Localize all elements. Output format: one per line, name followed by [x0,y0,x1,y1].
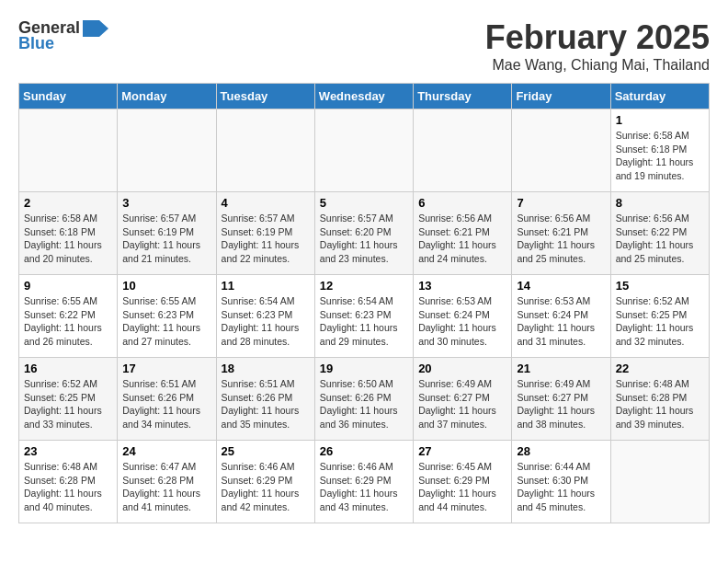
calendar-cell: 18Sunrise: 6:51 AM Sunset: 6:26 PM Dayli… [216,358,314,441]
day-info: Sunrise: 6:58 AM Sunset: 6:18 PM Dayligh… [24,212,112,266]
svg-marker-0 [83,20,108,37]
calendar-cell: 24Sunrise: 6:47 AM Sunset: 6:28 PM Dayli… [118,441,216,523]
day-info: Sunrise: 6:51 AM Sunset: 6:26 PM Dayligh… [122,377,210,431]
calendar-cell [118,109,216,192]
calendar-table: SundayMondayTuesdayWednesdayThursdayFrid… [18,83,710,523]
day-number: 17 [122,362,210,375]
calendar-cell [512,109,610,192]
calendar-cell: 13Sunrise: 6:53 AM Sunset: 6:24 PM Dayli… [414,275,512,358]
day-number: 21 [517,362,605,375]
day-info: Sunrise: 6:44 AM Sunset: 6:30 PM Dayligh… [517,460,605,514]
calendar-cell: 8Sunrise: 6:56 AM Sunset: 6:22 PM Daylig… [610,192,709,275]
day-info: Sunrise: 6:53 AM Sunset: 6:24 PM Dayligh… [517,294,605,349]
day-number: 28 [517,444,605,458]
day-number: 4 [222,196,310,210]
day-number: 20 [418,362,506,375]
calendar-cell [19,109,118,192]
calendar-cell: 22Sunrise: 6:48 AM Sunset: 6:28 PM Dayli… [610,358,709,441]
calendar-cell: 10Sunrise: 6:55 AM Sunset: 6:23 PM Dayli… [118,275,216,358]
calendar-cell: 17Sunrise: 6:51 AM Sunset: 6:26 PM Dayli… [118,358,216,441]
day-info: Sunrise: 6:45 AM Sunset: 6:29 PM Dayligh… [418,460,506,514]
day-info: Sunrise: 6:54 AM Sunset: 6:23 PM Dayligh… [222,294,310,349]
weekday-header-row: SundayMondayTuesdayWednesdayThursdayFrid… [19,84,710,109]
calendar-cell: 6Sunrise: 6:56 AM Sunset: 6:21 PM Daylig… [414,192,512,275]
calendar-week-row: 1Sunrise: 6:58 AM Sunset: 6:18 PM Daylig… [19,109,710,192]
calendar-cell: 11Sunrise: 6:54 AM Sunset: 6:23 PM Dayli… [216,275,314,358]
day-number: 2 [24,196,112,210]
calendar-subtitle: Mae Wang, Chiang Mai, Thailand [485,57,710,74]
logo: General Blue [18,18,108,53]
calendar-cell: 20Sunrise: 6:49 AM Sunset: 6:27 PM Dayli… [414,358,512,441]
logo-icon [83,20,108,37]
calendar-week-row: 16Sunrise: 6:52 AM Sunset: 6:25 PM Dayli… [19,358,710,441]
day-number: 18 [222,362,310,375]
calendar-cell [414,109,512,192]
calendar-cell: 16Sunrise: 6:52 AM Sunset: 6:25 PM Dayli… [19,358,118,441]
logo-blue: Blue [18,34,54,53]
calendar-week-row: 9Sunrise: 6:55 AM Sunset: 6:22 PM Daylig… [19,275,710,358]
day-number: 7 [517,196,605,210]
day-info: Sunrise: 6:53 AM Sunset: 6:24 PM Dayligh… [418,294,506,349]
day-number: 24 [122,444,210,458]
day-info: Sunrise: 6:52 AM Sunset: 6:25 PM Dayligh… [616,294,704,349]
day-number: 16 [24,362,112,375]
weekday-header-saturday: Saturday [610,84,709,109]
day-number: 27 [418,444,506,458]
day-info: Sunrise: 6:46 AM Sunset: 6:29 PM Dayligh… [222,460,310,514]
day-info: Sunrise: 6:48 AM Sunset: 6:28 PM Dayligh… [616,377,704,431]
day-number: 15 [616,279,704,293]
calendar-cell [314,109,413,192]
day-info: Sunrise: 6:56 AM Sunset: 6:21 PM Dayligh… [418,212,506,266]
calendar-cell: 2Sunrise: 6:58 AM Sunset: 6:18 PM Daylig… [19,192,118,275]
header: General Blue February 2025 Mae Wang, Chi… [18,18,710,74]
day-number: 12 [320,279,408,293]
day-number: 9 [24,279,112,293]
day-info: Sunrise: 6:49 AM Sunset: 6:27 PM Dayligh… [517,377,605,431]
calendar-cell: 14Sunrise: 6:53 AM Sunset: 6:24 PM Dayli… [512,275,610,358]
weekday-header-sunday: Sunday [19,84,118,109]
weekday-header-friday: Friday [512,84,610,109]
day-number: 13 [418,279,506,293]
day-info: Sunrise: 6:51 AM Sunset: 6:26 PM Dayligh… [222,377,310,431]
calendar-week-row: 2Sunrise: 6:58 AM Sunset: 6:18 PM Daylig… [19,192,710,275]
calendar-cell: 4Sunrise: 6:57 AM Sunset: 6:19 PM Daylig… [216,192,314,275]
calendar-cell: 12Sunrise: 6:54 AM Sunset: 6:23 PM Dayli… [314,275,413,358]
day-number: 19 [320,362,408,375]
calendar-cell: 19Sunrise: 6:50 AM Sunset: 6:26 PM Dayli… [314,358,413,441]
weekday-header-wednesday: Wednesday [314,84,413,109]
day-number: 22 [616,362,704,375]
day-info: Sunrise: 6:50 AM Sunset: 6:26 PM Dayligh… [320,377,408,431]
day-info: Sunrise: 6:48 AM Sunset: 6:28 PM Dayligh… [24,460,112,514]
calendar-title: February 2025 [485,18,710,57]
calendar-cell: 5Sunrise: 6:57 AM Sunset: 6:20 PM Daylig… [314,192,413,275]
calendar-cell: 7Sunrise: 6:56 AM Sunset: 6:21 PM Daylig… [512,192,610,275]
day-number: 14 [517,279,605,293]
day-number: 10 [122,279,210,293]
day-number: 26 [320,444,408,458]
calendar-cell: 25Sunrise: 6:46 AM Sunset: 6:29 PM Dayli… [216,441,314,523]
title-area: February 2025 Mae Wang, Chiang Mai, Thai… [485,18,710,74]
calendar-cell [610,441,709,523]
calendar-cell: 23Sunrise: 6:48 AM Sunset: 6:28 PM Dayli… [19,441,118,523]
day-info: Sunrise: 6:54 AM Sunset: 6:23 PM Dayligh… [320,294,408,349]
day-number: 1 [616,113,704,127]
day-number: 3 [122,196,210,210]
day-info: Sunrise: 6:58 AM Sunset: 6:18 PM Dayligh… [616,129,704,183]
day-number: 11 [222,279,310,293]
calendar-body: 1Sunrise: 6:58 AM Sunset: 6:18 PM Daylig… [19,109,710,523]
day-info: Sunrise: 6:55 AM Sunset: 6:23 PM Dayligh… [122,294,210,349]
calendar-cell: 9Sunrise: 6:55 AM Sunset: 6:22 PM Daylig… [19,275,118,358]
calendar-cell: 27Sunrise: 6:45 AM Sunset: 6:29 PM Dayli… [414,441,512,523]
day-info: Sunrise: 6:49 AM Sunset: 6:27 PM Dayligh… [418,377,506,431]
day-number: 5 [320,196,408,210]
calendar-cell: 26Sunrise: 6:46 AM Sunset: 6:29 PM Dayli… [314,441,413,523]
day-info: Sunrise: 6:57 AM Sunset: 6:20 PM Dayligh… [320,212,408,266]
day-info: Sunrise: 6:46 AM Sunset: 6:29 PM Dayligh… [320,460,408,514]
day-number: 6 [418,196,506,210]
day-info: Sunrise: 6:52 AM Sunset: 6:25 PM Dayligh… [24,377,112,431]
weekday-header-thursday: Thursday [414,84,512,109]
calendar-cell [216,109,314,192]
day-number: 23 [24,444,112,458]
calendar-week-row: 23Sunrise: 6:48 AM Sunset: 6:28 PM Dayli… [19,441,710,523]
day-info: Sunrise: 6:56 AM Sunset: 6:22 PM Dayligh… [616,212,704,266]
